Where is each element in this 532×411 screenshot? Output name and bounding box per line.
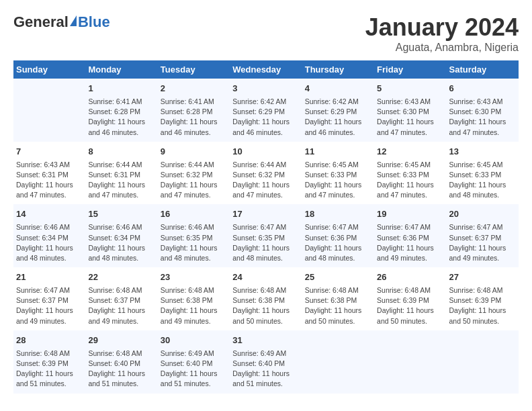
day-number: 3 <box>232 83 299 95</box>
cell-info: Sunrise: 6:47 AMSunset: 6:37 PMDaylight:… <box>16 285 83 326</box>
cell-info: Sunrise: 6:42 AMSunset: 6:29 PMDaylight:… <box>305 97 371 138</box>
calendar-cell <box>302 330 374 394</box>
calendar-cell: 4Sunrise: 6:42 AMSunset: 6:29 PMDaylight… <box>302 79 374 142</box>
calendar-cell: 3Sunrise: 6:42 AMSunset: 6:29 PMDaylight… <box>230 79 302 142</box>
cell-info: Sunrise: 6:46 AMSunset: 6:34 PMDaylight:… <box>16 222 83 263</box>
title-area: January 2024 Aguata, Anambra, Nigeria <box>365 13 519 54</box>
header-day-wednesday: Wednesday <box>230 60 302 79</box>
cell-info: Sunrise: 6:48 AMSunset: 6:40 PMDaylight:… <box>88 349 154 390</box>
day-number: 24 <box>232 271 299 284</box>
calendar-week-row: 7Sunrise: 6:43 AMSunset: 6:31 PMDaylight… <box>13 142 519 205</box>
day-number: 11 <box>305 146 371 158</box>
cell-info: Sunrise: 6:46 AMSunset: 6:35 PMDaylight:… <box>161 222 227 263</box>
cell-info: Sunrise: 6:45 AMSunset: 6:33 PMDaylight:… <box>305 160 371 201</box>
logo-blue-text: Blue <box>78 13 110 31</box>
calendar-week-row: 1Sunrise: 6:41 AMSunset: 6:28 PMDaylight… <box>13 79 519 142</box>
calendar-cell: 19Sunrise: 6:47 AMSunset: 6:36 PMDayligh… <box>374 204 446 267</box>
month-title: January 2024 <box>365 13 519 42</box>
calendar-week-row: 28Sunrise: 6:48 AMSunset: 6:39 PMDayligh… <box>13 330 519 394</box>
calendar-cell: 24Sunrise: 6:48 AMSunset: 6:38 PMDayligh… <box>230 267 302 330</box>
cell-info: Sunrise: 6:45 AMSunset: 6:33 PMDaylight:… <box>377 160 443 201</box>
cell-info: Sunrise: 6:47 AMSunset: 6:36 PMDaylight:… <box>377 222 443 263</box>
day-number: 30 <box>161 334 227 347</box>
day-number: 27 <box>449 271 516 284</box>
calendar-cell: 29Sunrise: 6:48 AMSunset: 6:40 PMDayligh… <box>85 330 157 394</box>
cell-info: Sunrise: 6:43 AMSunset: 6:30 PMDaylight:… <box>377 97 443 138</box>
cell-info: Sunrise: 6:49 AMSunset: 6:40 PMDaylight:… <box>232 349 299 390</box>
cell-info: Sunrise: 6:44 AMSunset: 6:32 PMDaylight:… <box>161 160 227 201</box>
cell-info: Sunrise: 6:47 AMSunset: 6:37 PMDaylight:… <box>449 222 516 263</box>
calendar-cell: 2Sunrise: 6:41 AMSunset: 6:28 PMDaylight… <box>158 79 230 142</box>
logo-triangle-icon <box>70 15 77 26</box>
cell-info: Sunrise: 6:47 AMSunset: 6:36 PMDaylight:… <box>305 222 371 263</box>
day-number: 21 <box>16 271 83 284</box>
cell-info: Sunrise: 6:44 AMSunset: 6:32 PMDaylight:… <box>232 160 299 201</box>
calendar-cell: 1Sunrise: 6:41 AMSunset: 6:28 PMDaylight… <box>85 79 157 142</box>
header-day-sunday: Sunday <box>13 60 85 79</box>
cell-info: Sunrise: 6:49 AMSunset: 6:40 PMDaylight:… <box>161 349 227 390</box>
cell-info: Sunrise: 6:46 AMSunset: 6:34 PMDaylight:… <box>88 222 154 263</box>
calendar-cell: 21Sunrise: 6:47 AMSunset: 6:37 PMDayligh… <box>13 267 85 330</box>
day-number: 10 <box>232 146 299 158</box>
calendar-cell: 30Sunrise: 6:49 AMSunset: 6:40 PMDayligh… <box>158 330 230 394</box>
logo-general-text: General <box>13 13 69 31</box>
calendar-cell: 22Sunrise: 6:48 AMSunset: 6:37 PMDayligh… <box>85 267 157 330</box>
day-number: 6 <box>449 83 516 95</box>
calendar-cell: 7Sunrise: 6:43 AMSunset: 6:31 PMDaylight… <box>13 142 85 205</box>
cell-info: Sunrise: 6:47 AMSunset: 6:35 PMDaylight:… <box>232 222 299 263</box>
day-number: 26 <box>377 271 443 284</box>
calendar-cell <box>447 330 519 394</box>
header-day-thursday: Thursday <box>302 60 374 79</box>
day-number: 31 <box>232 334 299 347</box>
cell-info: Sunrise: 6:48 AMSunset: 6:39 PMDaylight:… <box>16 349 83 390</box>
header-day-saturday: Saturday <box>447 60 519 79</box>
day-number: 20 <box>449 208 516 221</box>
day-number: 25 <box>305 271 371 284</box>
day-number: 22 <box>88 271 154 284</box>
calendar-cell: 14Sunrise: 6:46 AMSunset: 6:34 PMDayligh… <box>13 204 85 267</box>
day-number: 5 <box>377 83 443 95</box>
cell-info: Sunrise: 6:44 AMSunset: 6:31 PMDaylight:… <box>88 160 154 201</box>
day-number: 19 <box>377 208 443 221</box>
day-number: 2 <box>161 83 227 95</box>
day-number: 23 <box>161 271 227 284</box>
calendar-cell: 11Sunrise: 6:45 AMSunset: 6:33 PMDayligh… <box>302 142 374 205</box>
calendar-cell: 28Sunrise: 6:48 AMSunset: 6:39 PMDayligh… <box>13 330 85 394</box>
location-title: Aguata, Anambra, Nigeria <box>365 42 519 54</box>
calendar-cell: 18Sunrise: 6:47 AMSunset: 6:36 PMDayligh… <box>302 204 374 267</box>
day-number: 15 <box>88 208 154 221</box>
day-number: 9 <box>161 146 227 158</box>
cell-info: Sunrise: 6:48 AMSunset: 6:39 PMDaylight:… <box>377 285 443 326</box>
header-day-monday: Monday <box>85 60 157 79</box>
header-day-friday: Friday <box>374 60 446 79</box>
day-number: 17 <box>232 208 299 221</box>
calendar-week-row: 14Sunrise: 6:46 AMSunset: 6:34 PMDayligh… <box>13 204 519 267</box>
cell-info: Sunrise: 6:48 AMSunset: 6:38 PMDaylight:… <box>305 285 371 326</box>
calendar-cell: 5Sunrise: 6:43 AMSunset: 6:30 PMDaylight… <box>374 79 446 142</box>
calendar-cell: 15Sunrise: 6:46 AMSunset: 6:34 PMDayligh… <box>85 204 157 267</box>
day-number: 29 <box>88 334 154 347</box>
calendar-cell: 20Sunrise: 6:47 AMSunset: 6:37 PMDayligh… <box>447 204 519 267</box>
calendar-cell: 10Sunrise: 6:44 AMSunset: 6:32 PMDayligh… <box>230 142 302 205</box>
cell-info: Sunrise: 6:43 AMSunset: 6:31 PMDaylight:… <box>16 160 83 201</box>
calendar-cell: 17Sunrise: 6:47 AMSunset: 6:35 PMDayligh… <box>230 204 302 267</box>
calendar-cell: 23Sunrise: 6:48 AMSunset: 6:38 PMDayligh… <box>158 267 230 330</box>
calendar-cell: 16Sunrise: 6:46 AMSunset: 6:35 PMDayligh… <box>158 204 230 267</box>
calendar-week-row: 21Sunrise: 6:47 AMSunset: 6:37 PMDayligh… <box>13 267 519 330</box>
calendar-cell: 13Sunrise: 6:45 AMSunset: 6:33 PMDayligh… <box>447 142 519 205</box>
day-number: 14 <box>16 208 83 221</box>
calendar-cell: 27Sunrise: 6:48 AMSunset: 6:39 PMDayligh… <box>447 267 519 330</box>
cell-info: Sunrise: 6:43 AMSunset: 6:30 PMDaylight:… <box>449 97 516 138</box>
day-number: 13 <box>449 146 516 158</box>
day-number: 16 <box>161 208 227 221</box>
header-day-tuesday: Tuesday <box>158 60 230 79</box>
calendar-cell: 31Sunrise: 6:49 AMSunset: 6:40 PMDayligh… <box>230 330 302 394</box>
day-number: 12 <box>377 146 443 158</box>
day-number: 28 <box>16 334 83 347</box>
cell-info: Sunrise: 6:41 AMSunset: 6:28 PMDaylight:… <box>88 97 154 138</box>
calendar-table: SundayMondayTuesdayWednesdayThursdayFrid… <box>13 60 519 394</box>
day-number: 1 <box>88 83 154 95</box>
calendar-cell: 8Sunrise: 6:44 AMSunset: 6:31 PMDaylight… <box>85 142 157 205</box>
cell-info: Sunrise: 6:41 AMSunset: 6:28 PMDaylight:… <box>161 97 227 138</box>
cell-info: Sunrise: 6:48 AMSunset: 6:38 PMDaylight:… <box>161 285 227 326</box>
